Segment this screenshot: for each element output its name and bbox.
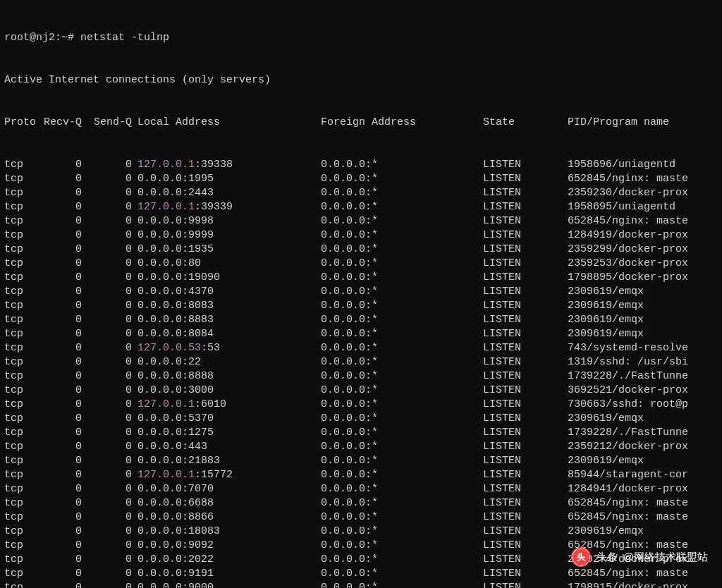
cell-local-address: 0.0.0.0:5370 — [137, 412, 321, 426]
local-port: :39339 — [195, 201, 233, 213]
cell-sendq: 0 — [87, 454, 137, 468]
cell-proto: tcp — [4, 510, 39, 525]
local-port: :80 — [182, 257, 201, 269]
cell-foreign-address: 0.0.0.0:* — [321, 482, 483, 496]
local-port: :53 — [201, 342, 220, 354]
cell-local-address: 0.0.0.0:19090 — [137, 271, 321, 285]
cell-state: LISTEN — [483, 482, 568, 496]
cell-state: LISTEN — [483, 327, 568, 341]
cell-recvq: 0 — [39, 384, 87, 398]
cell-local-address: 127.0.0.1:15772 — [137, 468, 321, 482]
cell-pid-program: 1284941/docker-prox — [568, 482, 718, 496]
connection-row: tcp000.0.0.0:91910.0.0.0:*LISTEN652845/n… — [4, 567, 718, 581]
cell-recvq: 0 — [39, 369, 87, 384]
cell-recvq: 0 — [39, 200, 87, 214]
cell-local-address: 0.0.0.0:8888 — [137, 369, 321, 384]
col-recvq-header: Recv-Q — [39, 116, 87, 130]
cell-local-address: 127.0.0.1:39339 — [137, 200, 321, 214]
local-port: :4370 — [182, 286, 214, 298]
cell-sendq: 0 — [87, 158, 137, 172]
cell-proto: tcp — [4, 313, 39, 327]
cell-proto: tcp — [4, 525, 39, 539]
cell-sendq: 0 — [87, 440, 137, 454]
col-local-header: Local Address — [137, 116, 321, 130]
local-ip: 127.0.0.53 — [137, 342, 201, 354]
connection-row: tcp000.0.0.0:24430.0.0.0:*LISTEN2359230/… — [4, 186, 718, 200]
local-ip: 0.0.0.0 — [137, 215, 182, 227]
local-port: :7070 — [182, 483, 214, 495]
cell-proto: tcp — [4, 158, 39, 172]
local-ip: 0.0.0.0 — [137, 497, 182, 509]
connection-row: tcp000.0.0.0:88660.0.0.0:*LISTEN652845/n… — [4, 510, 718, 525]
local-port: :9999 — [182, 229, 214, 241]
cell-sendq: 0 — [87, 271, 137, 285]
cell-state: LISTEN — [483, 454, 568, 468]
local-port: :8888 — [182, 370, 214, 382]
cell-proto: tcp — [4, 482, 39, 496]
cell-state: LISTEN — [483, 468, 568, 482]
terminal-output[interactable]: root@nj2:~# netstat -tulnp Active Intern… — [0, 0, 722, 588]
cell-foreign-address: 0.0.0.0:* — [321, 553, 483, 567]
cell-sendq: 0 — [87, 200, 137, 214]
col-state-header: State — [483, 116, 568, 130]
cell-state: LISTEN — [483, 214, 568, 228]
connection-row: tcp000.0.0.0:19350.0.0.0:*LISTEN2359299/… — [4, 243, 718, 257]
cell-proto: tcp — [4, 327, 39, 341]
cell-pid-program: 2359230/docker-prox — [568, 186, 718, 200]
cell-local-address: 0.0.0.0:9998 — [137, 214, 321, 228]
cell-sendq: 0 — [87, 186, 137, 200]
connection-row: tcp00127.0.0.1:393390.0.0.0:*LISTEN19586… — [4, 200, 718, 214]
local-port: :15772 — [195, 469, 233, 481]
cell-state: LISTEN — [483, 553, 568, 567]
cell-recvq: 0 — [39, 468, 87, 482]
cell-proto: tcp — [4, 440, 39, 454]
cell-state: LISTEN — [483, 510, 568, 525]
local-port: :5370 — [182, 412, 214, 424]
prompt-line: root@nj2:~# netstat -tulnp — [4, 31, 718, 45]
local-ip: 127.0.0.1 — [137, 398, 195, 410]
local-ip: 0.0.0.0 — [137, 286, 182, 298]
local-ip: 0.0.0.0 — [137, 173, 182, 185]
local-port: :39338 — [195, 159, 233, 171]
cell-recvq: 0 — [39, 482, 87, 496]
col-sendq-header: Send-Q — [87, 116, 137, 130]
cell-proto: tcp — [4, 200, 39, 214]
cell-state: LISTEN — [483, 341, 568, 355]
local-port: :443 — [182, 441, 207, 453]
cell-sendq: 0 — [87, 355, 137, 369]
connection-row: tcp000.0.0.0:800.0.0.0:*LISTEN2359253/do… — [4, 257, 718, 271]
cell-local-address: 0.0.0.0:4370 — [137, 285, 321, 299]
cell-foreign-address: 0.0.0.0:* — [321, 454, 483, 468]
local-ip: 0.0.0.0 — [137, 370, 182, 382]
cell-foreign-address: 0.0.0.0:* — [321, 243, 483, 257]
cell-state: LISTEN — [483, 440, 568, 454]
watermark: 头 头条 @网络技术联盟站 — [571, 547, 708, 567]
cell-sendq: 0 — [87, 341, 137, 355]
local-port: :9998 — [182, 215, 214, 227]
connection-row: tcp000.0.0.0:88880.0.0.0:*LISTEN1739228/… — [4, 369, 718, 384]
local-port: :2443 — [182, 187, 214, 199]
local-port: :18083 — [182, 525, 220, 537]
cell-state: LISTEN — [483, 525, 568, 539]
cell-recvq: 0 — [39, 496, 87, 510]
cell-local-address: 127.0.0.1:6010 — [137, 398, 321, 412]
cell-proto: tcp — [4, 468, 39, 482]
cell-sendq: 0 — [87, 581, 137, 588]
connection-row: tcp000.0.0.0:19950.0.0.0:*LISTEN652845/n… — [4, 172, 718, 186]
local-ip: 0.0.0.0 — [137, 187, 182, 199]
local-port: :1935 — [182, 243, 214, 255]
toutiao-logo-icon: 头 — [571, 547, 591, 567]
local-port: :21883 — [182, 455, 220, 467]
watermark-handle: @网络技术联盟站 — [623, 550, 708, 564]
local-port: :9092 — [182, 539, 214, 551]
local-port: :1275 — [182, 427, 214, 439]
connection-row: tcp000.0.0.0:190900.0.0.0:*LISTEN1798895… — [4, 271, 718, 285]
cell-foreign-address: 0.0.0.0:* — [321, 271, 483, 285]
local-ip: 0.0.0.0 — [137, 271, 182, 283]
cell-recvq: 0 — [39, 567, 87, 581]
cell-foreign-address: 0.0.0.0:* — [321, 327, 483, 341]
cell-sendq: 0 — [87, 468, 137, 482]
cell-pid-program: 2359299/docker-prox — [568, 243, 718, 257]
cell-pid-program: 652845/nginx: maste — [568, 214, 718, 228]
cell-state: LISTEN — [483, 158, 568, 172]
